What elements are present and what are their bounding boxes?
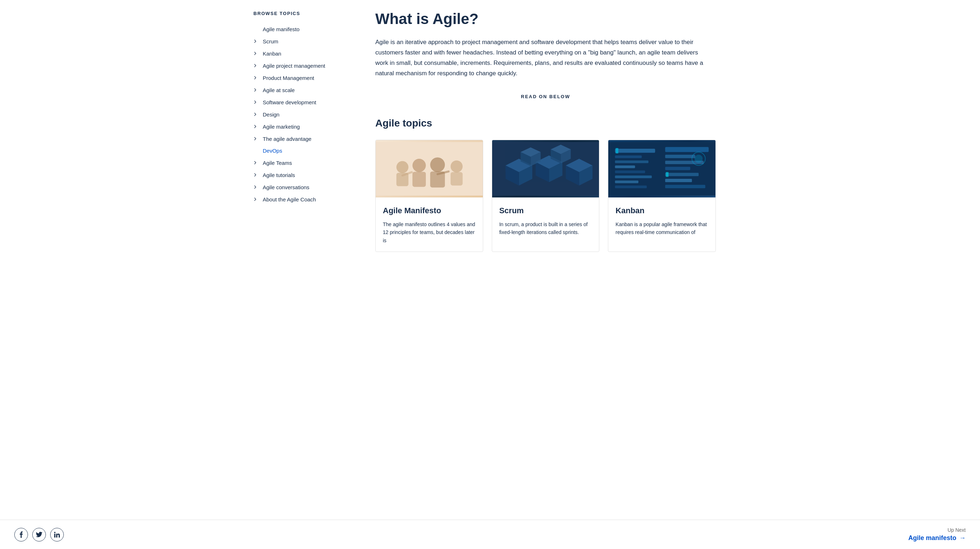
manifesto-card-body: Agile Manifesto The agile manifesto outl… [375, 197, 483, 251]
sidebar-item-devops[interactable]: DevOps [253, 145, 354, 157]
sidebar-item-agile-tutorials[interactable]: Agile tutorials [253, 169, 354, 181]
svg-rect-42 [665, 185, 705, 188]
sidebar-item-kanban[interactable]: Kanban [253, 47, 354, 59]
chevron-icon [253, 38, 260, 45]
svg-rect-43 [616, 148, 618, 153]
linkedin-social-icon[interactable] [50, 528, 64, 541]
kanban-card[interactable]: Kanban Kanban is a popular agile framewo… [608, 140, 716, 252]
sidebar-item-about-agile-coach[interactable]: About the Agile Coach [253, 193, 354, 205]
svg-rect-35 [615, 185, 647, 188]
footer: Up Next Agile manifesto → [0, 520, 980, 549]
sidebar-item-design[interactable]: Design [253, 108, 354, 120]
sidebar-item-agile-conversations[interactable]: Agile conversations [253, 181, 354, 193]
sidebar-item-the-agile-advantage[interactable]: The agile advantage [253, 133, 354, 145]
twitter-social-icon[interactable] [32, 528, 46, 541]
svg-point-1 [396, 161, 409, 173]
svg-point-7 [450, 160, 463, 172]
sidebar-item-agile-marketing[interactable]: Agile marketing [253, 120, 354, 133]
browse-topics-title: BROWSE TOPICS [253, 11, 354, 16]
chevron-icon [253, 172, 260, 178]
svg-point-5 [430, 157, 445, 172]
svg-point-3 [412, 159, 426, 172]
svg-rect-4 [412, 172, 426, 187]
chevron-icon [253, 50, 260, 57]
manifesto-card-title: Agile Manifesto [383, 206, 476, 215]
sidebar-item-agile-project-management[interactable]: Agile project management [253, 59, 354, 72]
manifesto-card-image [375, 140, 483, 197]
sidebar-item-product-management[interactable]: Product Management [253, 72, 354, 84]
kanban-card-image [608, 140, 716, 197]
scrum-card-image [492, 140, 599, 197]
svg-rect-40 [665, 173, 698, 176]
svg-rect-39 [665, 167, 690, 170]
up-next-link[interactable]: Agile manifesto → [908, 534, 966, 542]
svg-rect-36 [665, 147, 709, 152]
read-on-below: READ ON BELOW [375, 93, 716, 100]
svg-rect-32 [615, 170, 645, 173]
arrow-icon: → [959, 534, 966, 542]
scrum-card[interactable]: Scrum In scrum, a product is built in a … [492, 140, 600, 252]
scrum-card-title: Scrum [499, 206, 592, 215]
svg-rect-8 [450, 172, 463, 185]
svg-rect-0 [375, 142, 483, 195]
chevron-icon [253, 196, 260, 202]
chevron-icon [253, 99, 260, 105]
svg-rect-30 [615, 160, 648, 163]
svg-rect-44 [666, 172, 668, 177]
chevron-icon [253, 184, 260, 190]
chevron-icon [253, 75, 260, 81]
kanban-card-title: Kanban [616, 206, 708, 215]
agile-topics-title: Agile topics [375, 118, 716, 129]
svg-rect-33 [615, 175, 652, 178]
sidebar-item-agile-teams[interactable]: Agile Teams [253, 157, 354, 169]
scrum-card-description: In scrum, a product is built in a series… [499, 220, 592, 237]
sidebar: BROWSE TOPICS Agile manifesto Scrum Kanb… [253, 11, 354, 509]
chevron-icon [253, 159, 260, 166]
scrum-card-body: Scrum In scrum, a product is built in a … [492, 197, 599, 243]
sidebar-item-agile-at-scale[interactable]: Agile at scale [253, 84, 354, 96]
svg-rect-37 [665, 155, 695, 158]
svg-rect-34 [615, 180, 638, 183]
social-icons-group [14, 528, 64, 541]
main-content: What is Agile? Agile is an iterative app… [375, 11, 716, 509]
manifesto-card-description: The agile manifesto outlines 4 values an… [383, 220, 476, 244]
agile-manifesto-card[interactable]: Agile Manifesto The agile manifesto outl… [375, 140, 483, 252]
cards-grid: Agile Manifesto The agile manifesto outl… [375, 140, 716, 252]
sidebar-item-agile-manifesto[interactable]: Agile manifesto [253, 23, 354, 35]
chevron-icon [253, 87, 260, 93]
svg-rect-29 [615, 155, 642, 158]
svg-point-46 [695, 155, 703, 163]
up-next-label: Up Next [908, 527, 966, 533]
chevron-icon [253, 135, 260, 142]
up-next-section: Up Next Agile manifesto → [908, 527, 966, 542]
page-title: What is Agile? [375, 11, 716, 27]
chevron-icon [253, 123, 260, 130]
facebook-social-icon[interactable] [14, 528, 28, 541]
svg-rect-28 [615, 149, 655, 153]
kanban-card-body: Kanban Kanban is a popular agile framewo… [608, 197, 716, 243]
svg-rect-41 [665, 179, 692, 182]
kanban-card-description: Kanban is a popular agile framework that… [616, 220, 708, 237]
intro-text: Agile is an iterative approach to projec… [375, 37, 705, 79]
chevron-icon [253, 111, 260, 118]
chevron-icon [253, 62, 260, 69]
svg-rect-31 [615, 165, 635, 168]
sidebar-item-software-development[interactable]: Software development [253, 96, 354, 108]
sidebar-item-scrum[interactable]: Scrum [253, 35, 354, 47]
